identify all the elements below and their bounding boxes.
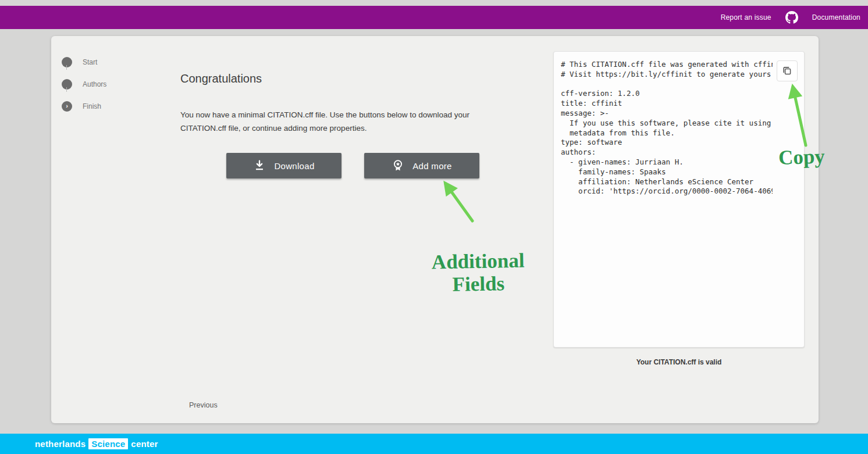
nlesc-logo: netherlands Science center [35, 438, 158, 449]
github-icon[interactable] [785, 11, 798, 24]
stepper-item-authors[interactable]: Authors [62, 73, 106, 95]
validation-status-text: Your CITATION.cff is valid [553, 358, 805, 366]
footer-bar: netherlands Science center [0, 434, 868, 454]
stepper-connector [66, 87, 67, 92]
award-badge-icon [392, 159, 404, 172]
copy-button[interactable] [777, 60, 798, 81]
chevron-right-icon: › [66, 103, 68, 109]
download-button[interactable]: Download [226, 153, 341, 178]
previous-button[interactable]: Previous [189, 401, 218, 409]
logo-text-center: center [131, 439, 158, 449]
wizard-stepper: Start Authors › Finish [62, 51, 106, 117]
download-button-label: Download [274, 161, 314, 171]
add-more-button[interactable]: Add more [364, 153, 479, 178]
copy-icon [782, 66, 792, 76]
stepper-connector [66, 65, 67, 70]
action-buttons: Download Add more [226, 153, 479, 178]
step-label-finish: Finish [83, 102, 101, 110]
stepper-item-finish[interactable]: › Finish [62, 95, 106, 117]
add-more-button-label: Add more [412, 161, 451, 171]
documentation-link[interactable]: Documentation [812, 13, 860, 22]
stepper-item-start[interactable]: Start [62, 51, 106, 73]
step-label-authors: Authors [83, 80, 106, 88]
report-an-issue-link[interactable]: Report an issue [721, 13, 771, 22]
citation-code: # This CITATION.cff file was generated w… [561, 60, 773, 341]
step-circle-authors [62, 79, 72, 90]
citation-preview-panel: # This CITATION.cff file was generated w… [553, 51, 805, 348]
page: Report an issue Documentation Start Auth… [0, 0, 868, 454]
logo-text-science: Science [88, 438, 128, 449]
top-nav-bar: Report an issue Documentation [0, 6, 868, 29]
step-label-start: Start [83, 58, 97, 66]
main-card: Start Authors › Finish Congratulations Y… [51, 36, 819, 423]
logo-text-netherlands: netherlands [35, 439, 86, 449]
page-title: Congratulations [180, 72, 262, 85]
step-circle-start [62, 57, 72, 67]
intro-text: You now have a minimal CITATION.cff file… [180, 108, 517, 135]
step-circle-finish: › [62, 101, 72, 112]
download-icon [253, 159, 266, 172]
